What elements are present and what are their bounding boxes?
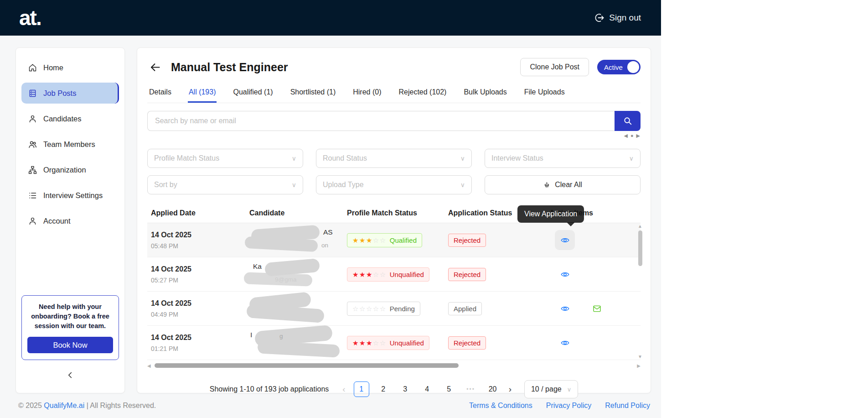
sidebar-item-home[interactable]: Home [21, 57, 119, 78]
sign-out-button[interactable]: Sign out [594, 12, 641, 23]
horizontal-scroll-thumb[interactable] [155, 363, 459, 368]
profile-match-badge: ☆☆☆☆☆ Pending [347, 302, 420, 316]
brand-logo: at. [19, 7, 41, 28]
page-button-20[interactable]: 20 [485, 381, 501, 397]
tab-shortlisted[interactable]: Shortlisted (1) [289, 84, 337, 103]
tab-all[interactable]: All (193) [188, 84, 217, 103]
interview-status-select[interactable]: Interview Status∨ [485, 149, 641, 168]
action-items-cell [546, 333, 641, 353]
chevron-down-icon: ∨ [292, 155, 296, 162]
sidebar-item-label: Organization [43, 166, 86, 174]
applied-date: 14 Oct 2025 [151, 231, 242, 239]
vertical-scrollbar[interactable]: ▲ ▼ [637, 223, 643, 360]
tab-details[interactable]: Details [148, 84, 172, 103]
pagination: Showing 1-10 of 193 job applications ‹ 1… [147, 380, 641, 398]
page-button-5[interactable]: 5 [441, 381, 457, 397]
table-row[interactable]: 14 Oct 2025 01:21 PM I g [147, 326, 641, 360]
table-row[interactable]: 14 Oct 2025 05:27 PM Ka 9@gma [147, 257, 641, 292]
privacy-policy-link[interactable]: Privacy Policy [546, 402, 592, 410]
copyright-suffix: | All Rights Reserved. [84, 402, 156, 409]
search-icon [623, 116, 633, 126]
sidebar-item-team-members[interactable]: Team Members [21, 134, 119, 155]
view-application-button[interactable] [555, 298, 575, 319]
vertical-scroll-thumb[interactable] [638, 230, 642, 266]
select-placeholder: Profile Match Status [154, 154, 219, 162]
view-application-button[interactable] [555, 333, 575, 353]
application-status-badge: Rejected [448, 336, 486, 350]
scroll-left-icon[interactable]: ◀ [147, 363, 151, 368]
page-size-select[interactable]: 10 / page ∨ [524, 380, 578, 398]
tab-bulk-uploads[interactable]: Bulk Uploads [463, 84, 507, 103]
active-status-toggle[interactable]: Active [597, 60, 641, 74]
scroll-right-icon[interactable]: ▶ [637, 363, 641, 368]
upload-type-select[interactable]: Upload Type∨ [316, 175, 472, 194]
page-button-2[interactable]: 2 [376, 381, 391, 397]
filters: Profile Match Status∨ Round Status∨ Inte… [147, 149, 641, 194]
book-now-button[interactable]: Book Now [27, 337, 113, 353]
page-button-1[interactable]: 1 [354, 381, 369, 397]
star-rating: ★★★☆☆ [352, 340, 387, 346]
application-status-badge: Applied [448, 302, 482, 315]
scroll-down-icon[interactable]: ▼ [638, 355, 642, 359]
scroll-up-icon[interactable]: ▲ [638, 224, 642, 229]
next-page-button[interactable]: › [507, 384, 513, 394]
refund-policy-link[interactable]: Refund Policy [605, 402, 650, 410]
sidebar-item-account[interactable]: Account [21, 210, 119, 231]
page-button-4[interactable]: 4 [419, 381, 435, 397]
top-bar: at. Sign out [0, 0, 661, 36]
brand-link[interactable]: QualifyMe.ai [44, 402, 84, 409]
page-button-3[interactable]: 3 [398, 381, 413, 397]
chevron-down-icon: ∨ [460, 155, 465, 162]
candidate-cell: I g [246, 329, 343, 356]
view-application-button[interactable] [555, 264, 575, 284]
job-post-panel: Manual Test Engineer Clone Job Post Acti… [137, 47, 651, 393]
clone-job-post-button[interactable]: Clone Job Post [520, 58, 589, 76]
sidebar-item-label: Account [43, 217, 71, 225]
match-label: Qualified [390, 236, 417, 244]
page-title: Manual Test Engineer [171, 61, 288, 74]
sidebar-item-label: Candidates [43, 115, 81, 123]
tab-rejected[interactable]: Rejected (102) [398, 84, 447, 103]
send-email-button[interactable] [587, 298, 607, 319]
sidebar-item-organization[interactable]: Organization [21, 159, 119, 180]
pager-right-icon[interactable]: ▶ [636, 133, 641, 139]
scroll-pager: ◀●▶ [147, 133, 641, 139]
profile-match-cell: ★★★☆☆ Unqualified [343, 336, 444, 350]
tab-qualified[interactable]: Qualified (1) [232, 84, 274, 103]
profile-match-status-select[interactable]: Profile Match Status∨ [147, 149, 303, 168]
applications-table: View Application Applied Date Candidate … [147, 205, 641, 369]
clear-all-label: Clear All [555, 181, 582, 189]
pager-left-icon[interactable]: ◀ [624, 133, 628, 139]
horizontal-scrollbar[interactable]: ◀ ▶ [147, 362, 641, 369]
view-application-button[interactable] [555, 230, 575, 250]
eye-icon [560, 338, 570, 348]
tab-file-uploads[interactable]: File Uploads [523, 84, 566, 103]
table-row[interactable]: 14 Oct 2025 05:48 PM AS on [147, 223, 641, 257]
tab-hired[interactable]: Hired (0) [352, 84, 382, 103]
sign-out-label: Sign out [609, 13, 641, 23]
search-button[interactable] [615, 111, 641, 131]
sidebar-collapse-button[interactable] [21, 365, 119, 386]
sidebar: Home Job Posts Candidates Team Members O… [16, 47, 125, 393]
star-rating: ☆☆☆☆☆ [352, 305, 387, 312]
pagination-ellipsis[interactable]: ••• [463, 381, 479, 397]
match-label: Unqualified [390, 339, 424, 347]
title-row: Manual Test Engineer Clone Job Post Acti… [147, 58, 641, 76]
table-row[interactable]: 14 Oct 2025 04:49 PM ☆☆☆☆☆ [147, 292, 641, 326]
applied-time: 05:48 PM [151, 242, 242, 250]
round-status-select[interactable]: Round Status∨ [316, 149, 472, 168]
people-icon [28, 140, 37, 149]
terms-and-conditions-link[interactable]: Terms & Conditions [469, 402, 532, 410]
clear-all-button[interactable]: Clear All [485, 175, 641, 194]
sidebar-item-candidates[interactable]: Candidates [21, 108, 119, 129]
column-applied-date: Applied Date [147, 205, 246, 223]
back-button[interactable] [147, 59, 163, 75]
search-input[interactable] [147, 111, 615, 131]
toggle-knob [627, 61, 639, 73]
page-size-value: 10 / page [531, 385, 562, 393]
previous-page-button[interactable]: ‹ [341, 384, 347, 394]
sidebar-item-interview-settings[interactable]: Interview Settings [21, 185, 119, 206]
pager-dot-icon[interactable]: ● [630, 133, 634, 139]
sidebar-item-job-posts[interactable]: Job Posts [21, 83, 119, 104]
sort-by-select[interactable]: Sort by∨ [147, 175, 303, 194]
